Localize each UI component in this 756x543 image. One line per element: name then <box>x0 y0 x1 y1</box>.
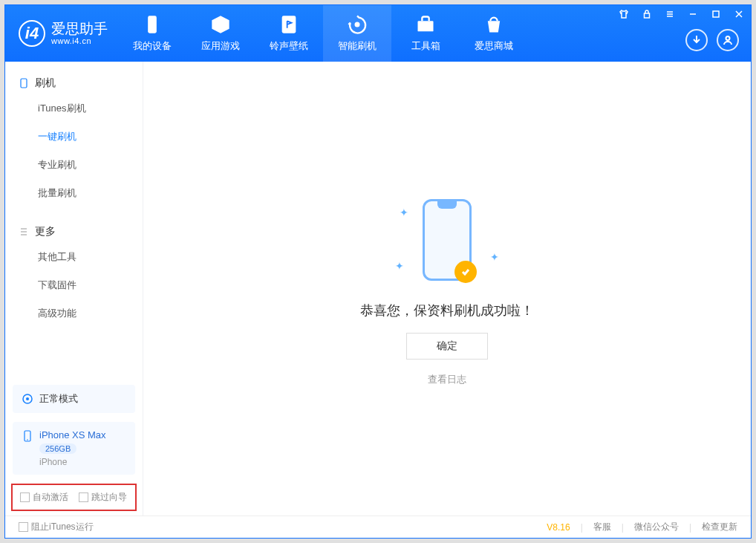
tab-store[interactable]: 爱思商城 <box>460 5 528 62</box>
confirm-button[interactable]: 确定 <box>406 333 488 360</box>
tab-label: 工具箱 <box>411 39 440 53</box>
device-name: iPhone XS Max <box>39 429 106 440</box>
success-illustration: ✦ ✦ ✦ <box>395 192 499 288</box>
menu-icon[interactable] <box>659 7 680 22</box>
sidebar: 刷机 iTunes刷机 一键刷机 专业刷机 批量刷机 更多 其他工具 下载固件 … <box>5 62 143 516</box>
sparkle-icon: ✦ <box>400 207 408 218</box>
tab-toolbox[interactable]: 工具箱 <box>391 5 460 62</box>
sidebar-item-pro-flash[interactable]: 专业刷机 <box>5 151 143 179</box>
tshirt-icon[interactable] <box>613 7 634 22</box>
section-flash-header: 刷机 <box>5 72 143 94</box>
section-more-header: 更多 <box>5 221 143 243</box>
tab-label: 应用游戏 <box>201 39 240 53</box>
svg-point-11 <box>27 439 28 440</box>
tab-label: 我的设备 <box>133 39 172 53</box>
checkbox-auto-activate[interactable]: 自动激活 <box>20 491 68 504</box>
sidebar-item-oneclick-flash[interactable]: 一键刷机 <box>5 123 143 151</box>
device-card[interactable]: iPhone XS Max 256GB iPhone <box>13 422 135 475</box>
tab-app-games[interactable]: 应用游戏 <box>186 5 255 62</box>
tab-label: 铃声壁纸 <box>270 39 308 53</box>
body: 刷机 iTunes刷机 一键刷机 专业刷机 批量刷机 更多 其他工具 下载固件 … <box>5 62 751 516</box>
check-update-link[interactable]: 检查更新 <box>702 521 737 533</box>
user-button[interactable] <box>717 29 739 51</box>
device-capacity: 256GB <box>39 443 76 454</box>
sidebar-item-batch-flash[interactable]: 批量刷机 <box>5 179 143 207</box>
list-icon <box>19 227 29 237</box>
lock-icon[interactable] <box>636 7 657 22</box>
download-button[interactable] <box>685 29 708 51</box>
nav-tabs: 我的设备 应用游戏 铃声壁纸 智能刷机 工具箱 爱思商城 <box>118 5 528 62</box>
tab-my-device[interactable]: 我的设备 <box>118 5 186 62</box>
wechat-link[interactable]: 微信公众号 <box>634 521 679 533</box>
tab-smart-flash[interactable]: 智能刷机 <box>323 5 391 62</box>
svg-point-9 <box>26 397 29 400</box>
device-icon <box>22 430 33 442</box>
logo: i4 爱思助手 www.i4.cn <box>5 5 118 62</box>
device-type: iPhone <box>39 457 106 467</box>
tab-ringtone-wallpaper[interactable]: 铃声壁纸 <box>255 5 323 62</box>
mode-label: 正常模式 <box>39 392 78 406</box>
svg-rect-1 <box>713 11 719 17</box>
phone-illustration <box>423 199 472 281</box>
success-message: 恭喜您，保资料刷机成功啦！ <box>360 302 534 319</box>
footer: 阻止iTunes运行 V8.16 | 客服 | 微信公众号 | 检查更新 <box>5 516 751 538</box>
main-content: ✦ ✦ ✦ 恭喜您，保资料刷机成功啦！ 确定 查看日志 <box>143 62 751 516</box>
svg-rect-5 <box>418 21 434 31</box>
app-url: www.i4.cn <box>51 36 108 45</box>
tab-label: 爱思商城 <box>475 39 513 53</box>
check-badge-icon <box>454 261 477 283</box>
version-label: V8.16 <box>547 522 570 533</box>
minimize-button[interactable] <box>682 7 703 22</box>
logo-icon: i4 <box>19 20 45 47</box>
app-window: i4 爱思助手 www.i4.cn 我的设备 应用游戏 铃声壁纸 智能刷机 <box>4 4 752 539</box>
mode-icon <box>22 393 33 405</box>
svg-rect-2 <box>148 16 157 33</box>
checkbox-block-itunes[interactable]: 阻止iTunes运行 <box>19 521 94 533</box>
svg-rect-7 <box>21 79 27 88</box>
options-row: 自动激活 跳过向导 <box>11 484 137 511</box>
sidebar-item-advanced[interactable]: 高级功能 <box>5 299 143 328</box>
svg-point-6 <box>726 36 730 40</box>
svg-point-4 <box>355 22 360 27</box>
phone-icon <box>19 78 29 88</box>
sparkle-icon: ✦ <box>395 260 404 272</box>
sparkle-icon: ✦ <box>490 251 499 263</box>
checkbox-skip-guide[interactable]: 跳过向导 <box>79 491 127 504</box>
sidebar-item-other-tools[interactable]: 其他工具 <box>5 243 143 271</box>
sidebar-item-itunes-flash[interactable]: iTunes刷机 <box>5 94 143 123</box>
app-name: 爱思助手 <box>51 22 108 37</box>
sidebar-item-download-firmware[interactable]: 下载固件 <box>5 271 143 299</box>
window-controls <box>613 7 749 22</box>
maximize-button[interactable] <box>706 7 726 22</box>
mode-card[interactable]: 正常模式 <box>13 385 135 413</box>
close-button[interactable] <box>729 7 749 22</box>
support-link[interactable]: 客服 <box>593 521 611 533</box>
tab-label: 智能刷机 <box>338 39 377 53</box>
svg-rect-0 <box>645 13 650 18</box>
view-log-link[interactable]: 查看日志 <box>428 373 466 386</box>
